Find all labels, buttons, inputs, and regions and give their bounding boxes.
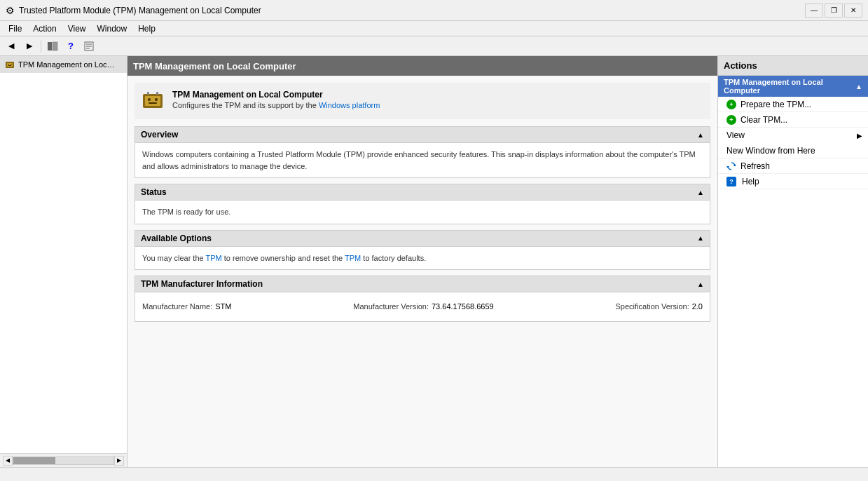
view-label: View: [726, 130, 745, 140]
available-options-header: Available Options ▲: [135, 231, 710, 247]
app-icon: ⚙: [6, 5, 15, 16]
mfr-version-value: 73.64.17568.6659: [432, 301, 494, 313]
mfr-name-label: Manufacturer Name:: [142, 301, 212, 313]
overview-header: Overview ▲: [135, 127, 710, 143]
available-options-section: Available Options ▲ You may clear the TP…: [135, 230, 710, 271]
scroll-left-arrow[interactable]: ◀: [3, 456, 13, 466]
show-hide-button[interactable]: [44, 39, 61, 54]
prepare-tpm-icon: +: [726, 100, 736, 109]
menu-window[interactable]: Window: [92, 21, 133, 36]
content-body: TPM Management on Local Computer Configu…: [128, 76, 717, 467]
overview-title: Overview: [141, 130, 178, 140]
content-header: TPM Management on Local Computer: [128, 56, 717, 76]
mfr-info-title: TPM Manufacturer Information: [141, 279, 263, 289]
action-view[interactable]: View ▶: [718, 128, 868, 143]
mfr-info-collapse-btn[interactable]: ▲: [697, 280, 704, 288]
mfr-version-label: Manufacturer Version:: [353, 301, 429, 313]
status-title: Status: [141, 187, 167, 197]
mfr-info-body: Manufacturer Name: STM Manufacturer Vers…: [135, 292, 710, 321]
scroll-track[interactable]: [13, 456, 114, 465]
action-clear-tpm[interactable]: + Clear TPM...: [718, 112, 868, 128]
actions-panel-header: Actions: [718, 56, 868, 76]
restore-button[interactable]: ❐: [825, 4, 843, 18]
view-submenu-arrow-icon: ▶: [857, 132, 862, 140]
status-collapse-btn[interactable]: ▲: [697, 189, 704, 196]
svg-point-13: [148, 98, 151, 101]
mfr-row: Manufacturer Name: STM Manufacturer Vers…: [142, 298, 703, 316]
svg-rect-8: [8, 64, 9, 65]
actions-section-label: TPM Management on Local Computer: [724, 78, 855, 95]
spec-version-value: 2.0: [692, 301, 703, 313]
mfr-info-section: TPM Manufacturer Information ▲ Manufactu…: [135, 276, 710, 322]
tpm-sidebar-icon: [4, 59, 15, 70]
svg-point-14: [155, 98, 158, 101]
svg-rect-17: [156, 92, 158, 95]
sidebar-item-tpm[interactable]: TPM Management on Local Comp: [0, 56, 127, 73]
minimize-button[interactable]: —: [805, 4, 823, 18]
sidebar: TPM Management on Local Comp ◀ ▶: [0, 56, 128, 467]
overview-collapse-btn[interactable]: ▲: [697, 131, 704, 139]
help-toolbar-button[interactable]: ?: [62, 39, 79, 54]
svg-rect-16: [147, 92, 149, 95]
svg-rect-9: [11, 64, 12, 65]
overview-section: Overview ▲ Windows computers containing …: [135, 126, 710, 178]
status-header: Status ▲: [135, 184, 710, 201]
back-button[interactable]: ◀: [3, 39, 20, 54]
scroll-right-arrow[interactable]: ▶: [114, 456, 124, 466]
clear-tpm-icon: +: [726, 115, 736, 125]
overview-body: Windows computers containing a Trusted P…: [135, 143, 710, 177]
actions-section-title: TPM Management on Local Computer ▲: [718, 76, 868, 97]
available-options-collapse-btn[interactable]: ▲: [697, 234, 704, 242]
action-refresh[interactable]: Refresh: [718, 158, 868, 174]
help-icon: ?: [726, 177, 736, 187]
refresh-label: Refresh: [740, 161, 770, 171]
status-bar: [0, 467, 868, 481]
scroll-thumb[interactable]: [13, 457, 55, 464]
action-new-window[interactable]: New Window from Here: [718, 143, 868, 158]
content-area: TPM Management on Local Computer: [128, 56, 717, 467]
windows-platform-link[interactable]: Windows platform: [319, 101, 380, 109]
actions-section-chevron-icon: ▲: [855, 83, 862, 90]
help-label: Help: [742, 177, 759, 187]
prepare-tpm-label: Prepare the TPM...: [740, 100, 811, 109]
tpm-logo-icon: [142, 90, 164, 112]
new-window-label: New Window from Here: [726, 146, 815, 156]
svg-rect-7: [7, 63, 13, 67]
menu-help[interactable]: Help: [132, 21, 161, 36]
refresh-icon: [726, 161, 736, 171]
menu-action[interactable]: Action: [27, 21, 62, 36]
menu-bar: File Action View Window Help: [0, 21, 868, 36]
toolbar-separator-1: [41, 40, 41, 53]
menu-view[interactable]: View: [62, 21, 92, 36]
status-body: The TPM is ready for use.: [135, 201, 710, 224]
info-header: TPM Management on Local Computer Configu…: [135, 83, 710, 119]
status-section: Status ▲ The TPM is ready for use.: [135, 184, 710, 224]
available-options-title: Available Options: [141, 233, 212, 243]
action-prepare-tpm[interactable]: + Prepare the TPM...: [718, 97, 868, 112]
svg-rect-15: [149, 102, 157, 104]
menu-file[interactable]: File: [3, 21, 27, 36]
close-button[interactable]: ✕: [844, 4, 862, 18]
forward-button[interactable]: ▶: [21, 39, 38, 54]
mfr-name-value: STM: [215, 301, 231, 313]
toolbar: ◀ ▶ ?: [0, 36, 868, 56]
available-options-text: You may clear the TPM to remove ownershi…: [142, 254, 426, 262]
info-desc: Configures the TPM and its support by th…: [172, 101, 380, 109]
sidebar-scrollbar[interactable]: ◀ ▶: [0, 453, 127, 467]
mfr-version-item: Manufacturer Version: 73.64.17568.6659: [353, 301, 493, 313]
spec-version-label: Specification Version:: [616, 301, 689, 313]
mfr-info-header: TPM Manufacturer Information ▲: [135, 276, 710, 292]
svg-rect-10: [8, 65, 11, 66]
sidebar-item-label: TPM Management on Local Comp: [18, 60, 116, 69]
content-title: TPM Management on Local Computer: [133, 61, 296, 72]
actions-panel: Actions TPM Management on Local Computer…: [717, 56, 868, 467]
available-options-body: You may clear the TPM to remove ownershi…: [135, 247, 710, 270]
properties-button[interactable]: [81, 39, 97, 54]
action-help[interactable]: ? Help: [718, 174, 868, 189]
clear-tpm-label: Clear TPM...: [740, 115, 787, 125]
title-bar-text: Trusted Platform Module (TPM) Management…: [19, 6, 261, 15]
overview-text: Windows computers containing a Trusted P…: [142, 150, 696, 170]
mfr-name-item: Manufacturer Name: STM: [142, 301, 232, 313]
svg-rect-0: [48, 42, 52, 50]
info-text-block: TPM Management on Local Computer Configu…: [172, 90, 380, 109]
